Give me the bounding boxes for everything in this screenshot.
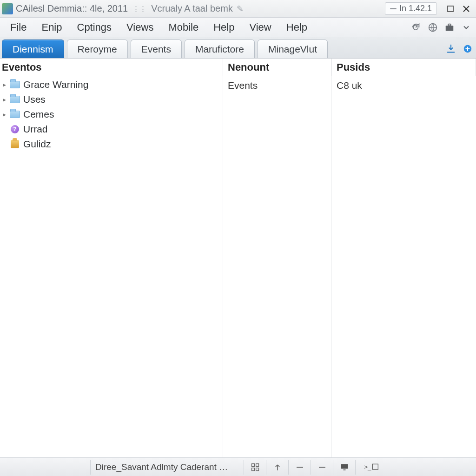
svg-rect-10 [256,468,258,470]
list-cell: C8 uk [337,80,362,91]
monitor-icon [340,463,349,472]
tab-reroyme[interactable]: Reroyme [67,40,128,58]
svg-rect-14 [343,469,345,470]
orb-icon: ? [9,125,20,134]
redo-icon[interactable] [409,20,423,34]
svg-rect-16 [372,464,378,469]
statusbar-document-label: Diree_Savant Adlmty Caderant … [95,462,228,472]
expander-icon[interactable]: ▸ [1,81,7,88]
statusbar-minus-button-2[interactable] [311,460,333,475]
globe-icon[interactable] [426,20,440,34]
column-header-pusids[interactable]: Pusids [332,59,476,76]
tree-node-uses[interactable]: ▸ Uses [0,92,223,107]
version-indicator[interactable]: In 1.42.1 [385,2,437,15]
svg-rect-4 [446,26,454,31]
tab-label: Reroyme [78,44,117,55]
bag-icon [9,139,20,149]
svg-rect-13 [341,464,348,469]
tab-label: Marufictore [195,44,244,55]
folder-icon [9,110,20,119]
tree-node-label: Grace Warning [23,79,88,90]
expander-icon[interactable]: ▸ [1,111,7,118]
statusbar-terminal-button[interactable]: >_ [355,460,388,475]
up-arrow-icon [273,463,282,472]
tab-label: MinageVlut [268,44,317,55]
titlebar: CAilesl Demmia:: 4le, 2011 ⋮⋮ Vcrualy A … [0,0,476,18]
menu-enip[interactable]: Enip [34,19,69,36]
window-maximize-button[interactable] [443,2,457,15]
column-headers: Eventos Nenount Pusids [0,59,476,76]
expander-icon[interactable]: ▸ [1,96,7,103]
add-circle-icon[interactable] [461,42,474,55]
tree-node-grace-warning[interactable]: ▸ Grace Warning [0,77,223,92]
tree-node-label: Uses [23,94,46,105]
menu-views[interactable]: Views [119,19,161,36]
tree-node-cemes[interactable]: ▸ Cemes [0,107,223,122]
column-header-eventos[interactable]: Eventos [0,59,223,76]
statusbar-grid-button[interactable] [244,460,266,475]
statusbar-monitor-button[interactable] [333,460,355,475]
statusbar-document[interactable]: Diree_Savant Adlmty Caderant … [90,460,244,475]
statusbar-left [3,460,90,475]
folder-icon [9,95,20,104]
tree-panel: ▸ Grace Warning ▸ Uses ▸ Cemes ? Urrad G… [0,76,223,457]
tab-minagevlut[interactable]: MinageVlut [258,40,328,58]
folder-icon [9,80,20,89]
list-cell: Events [228,80,258,91]
tree-node-gulidz[interactable]: Gulidz [0,137,223,152]
tree-node-label: Cemes [23,109,54,120]
title-separator: ⋮⋮ [132,5,146,13]
tab-marufictore[interactable]: Marufictore [185,40,255,58]
download-icon[interactable] [444,42,457,55]
menu-mobile[interactable]: Mobile [161,19,206,36]
statusbar-minus-button-1[interactable] [288,460,311,475]
version-label: In 1.42.1 [399,4,432,13]
list-column-nenount: Events [223,76,332,457]
menu-help-2[interactable]: Help [279,19,315,36]
tree-node-label: Gulidz [23,139,51,150]
window-title-main: CAilesl Demmia:: 4le, 2011 [16,3,128,14]
title-glyph-icon: ✎ [237,4,244,14]
statusbar: Diree_Savant Adlmty Caderant … >_ [0,457,476,476]
grid-icon [251,463,260,472]
terminal-icon: >_ [364,463,380,472]
chevron-down-icon[interactable] [459,20,473,34]
minus-icon [295,463,304,472]
tab-diennism[interactable]: Diennism [2,40,64,58]
minus-icon [317,463,327,472]
dash-icon [390,8,397,9]
tree-node-label: Urrad [23,124,48,135]
svg-rect-5 [448,24,451,26]
statusbar-upload-button[interactable] [266,460,288,475]
menu-help[interactable]: Help [206,19,242,36]
svg-rect-9 [251,468,254,470]
tab-label: Diennism [13,44,53,55]
menu-view[interactable]: View [242,19,278,36]
svg-rect-7 [251,463,254,466]
briefcase-icon[interactable] [443,20,456,34]
window-title-secondary: Vcrualy A taal bemk [151,3,233,14]
app-icon [2,3,13,14]
window-close-button[interactable] [459,2,473,15]
list-row[interactable]: Events [228,78,327,93]
menubar: File Enip Cptings Views Mobile Help View… [0,18,476,37]
menu-file[interactable]: File [3,19,34,36]
tree-node-urrad[interactable]: ? Urrad [0,122,223,137]
tab-events[interactable]: Events [131,40,182,58]
menu-cptings[interactable]: Cptings [70,19,119,36]
svg-rect-0 [448,6,453,12]
list-panel: Events C8 uk [223,76,476,457]
svg-text:>_: >_ [364,463,371,470]
svg-rect-8 [256,463,258,466]
tab-bar: Diennism Reroyme Events Marufictore Mina… [0,37,476,59]
column-header-nenount[interactable]: Nenount [223,59,332,76]
tab-label: Events [141,44,171,55]
list-row[interactable]: C8 uk [337,78,471,93]
list-column-pusids: C8 uk [332,76,476,457]
content-area: ▸ Grace Warning ▸ Uses ▸ Cemes ? Urrad G… [0,76,476,457]
